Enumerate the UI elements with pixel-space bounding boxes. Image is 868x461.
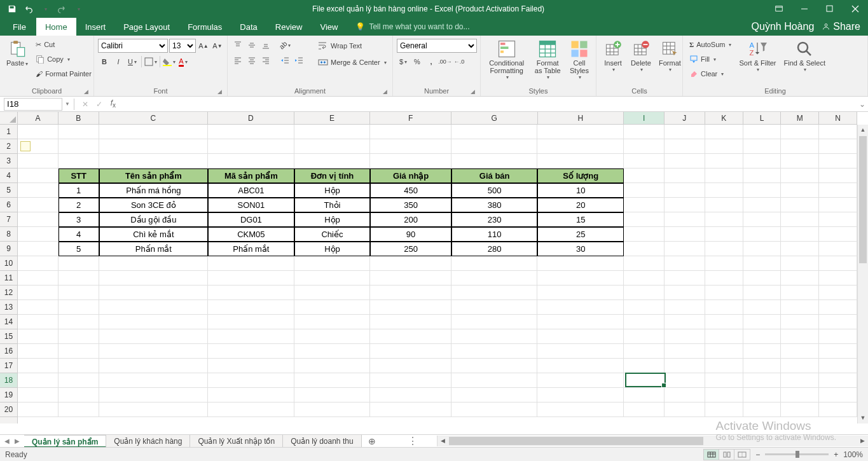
cell[interactable] <box>451 139 538 154</box>
cell[interactable]: 200 <box>370 212 451 227</box>
cell[interactable] <box>781 256 819 271</box>
cell[interactable] <box>624 373 665 388</box>
cell[interactable] <box>819 300 857 315</box>
cell[interactable] <box>451 359 538 373</box>
name-box[interactable] <box>4 98 62 111</box>
close-icon[interactable] <box>843 0 868 18</box>
border-button[interactable] <box>144 55 157 68</box>
cell[interactable] <box>624 403 665 417</box>
cell[interactable] <box>294 329 371 344</box>
cell[interactable] <box>370 125 451 139</box>
cell[interactable] <box>59 359 99 373</box>
cell[interactable] <box>59 344 99 359</box>
cell[interactable] <box>665 154 705 169</box>
cell[interactable] <box>665 300 705 315</box>
cell[interactable] <box>705 227 743 242</box>
sheet-tab[interactable]: Quản lý sản phẩm <box>24 435 106 448</box>
cell[interactable] <box>819 125 857 139</box>
row-header[interactable]: 12 <box>0 286 17 300</box>
normal-view-icon[interactable] <box>704 450 719 460</box>
decrease-font-icon[interactable]: A▼ <box>211 39 224 52</box>
column-header[interactable]: F <box>370 112 451 124</box>
clipboard-dialog[interactable]: ◢ <box>84 88 88 95</box>
cell[interactable] <box>18 373 59 388</box>
cell[interactable] <box>743 227 782 242</box>
cell[interactable] <box>294 256 371 271</box>
cell[interactable] <box>781 198 819 212</box>
cell[interactable] <box>819 359 857 373</box>
cell[interactable] <box>18 212 59 227</box>
cell[interactable]: SON01 <box>208 198 294 212</box>
cell[interactable] <box>537 373 624 388</box>
cell[interactable] <box>743 271 782 286</box>
cell[interactable] <box>208 286 294 300</box>
cell[interactable] <box>208 315 294 329</box>
cell[interactable]: 5 <box>59 242 99 256</box>
cell[interactable] <box>537 271 624 286</box>
cell[interactable] <box>743 286 782 300</box>
cell[interactable] <box>18 183 59 198</box>
conditional-formatting-button[interactable]: Conditional Formatting <box>485 38 528 81</box>
cell[interactable] <box>819 198 857 212</box>
cell[interactable] <box>665 359 705 373</box>
cell[interactable] <box>99 256 208 271</box>
cell[interactable] <box>451 403 538 417</box>
cell[interactable]: 250 <box>370 242 451 256</box>
cell[interactable]: Chiếc <box>294 227 371 242</box>
cell[interactable]: 3 <box>59 212 99 227</box>
column-header[interactable]: N <box>819 112 857 124</box>
cell[interactable] <box>705 344 743 359</box>
format-cells-button[interactable]: Format <box>656 38 684 74</box>
cell[interactable] <box>59 329 99 344</box>
cell[interactable]: Giá bán <box>451 169 538 183</box>
row-header[interactable]: 9 <box>0 242 17 256</box>
underline-button[interactable]: U <box>126 55 139 68</box>
cell[interactable] <box>370 300 451 315</box>
cell[interactable] <box>743 329 782 344</box>
cell[interactable]: 20 <box>537 198 624 212</box>
redo-icon[interactable] <box>55 2 69 16</box>
cell[interactable] <box>781 212 819 227</box>
cell[interactable] <box>624 139 665 154</box>
cell[interactable] <box>781 315 819 329</box>
format-painter-button[interactable]: 🖌Format Painter <box>33 67 94 81</box>
cell[interactable] <box>537 315 624 329</box>
cell[interactable] <box>451 271 538 286</box>
cell[interactable] <box>18 169 59 183</box>
column-header[interactable]: A <box>18 112 59 124</box>
cell[interactable] <box>624 329 665 344</box>
cell[interactable]: Phấn mắt <box>208 242 294 256</box>
cell[interactable]: 10 <box>537 183 624 198</box>
cell[interactable] <box>819 403 857 417</box>
cell[interactable] <box>665 344 705 359</box>
cell[interactable] <box>781 183 819 198</box>
cell[interactable] <box>208 388 294 403</box>
cell[interactable] <box>451 154 538 169</box>
cell[interactable] <box>537 403 624 417</box>
tab-home[interactable]: Home <box>36 18 76 36</box>
cell[interactable] <box>819 242 857 256</box>
cell[interactable] <box>705 256 743 271</box>
cell[interactable] <box>624 300 665 315</box>
fill-color-button[interactable] <box>163 55 176 68</box>
row-header[interactable]: 2 <box>0 139 17 154</box>
fx-icon[interactable]: fx <box>106 99 120 109</box>
cell[interactable] <box>819 227 857 242</box>
tab-page-layout[interactable]: Page Layout <box>114 18 179 36</box>
cell[interactable] <box>294 359 371 373</box>
cell[interactable] <box>665 286 705 300</box>
cell[interactable] <box>705 169 743 183</box>
cell[interactable]: Chì kẻ mắt <box>99 227 208 242</box>
cell[interactable] <box>665 242 705 256</box>
cell[interactable]: Phấn má hồng <box>99 183 208 198</box>
row-header[interactable]: 11 <box>0 271 17 286</box>
cell[interactable] <box>537 300 624 315</box>
share-button[interactable]: Share <box>822 21 860 32</box>
number-dialog[interactable]: ◢ <box>471 88 475 95</box>
cell[interactable]: 380 <box>451 198 538 212</box>
italic-button[interactable]: I <box>112 55 125 68</box>
cell[interactable] <box>743 388 782 403</box>
cell[interactable] <box>294 125 371 139</box>
cell[interactable] <box>624 359 665 373</box>
cell[interactable] <box>370 256 451 271</box>
